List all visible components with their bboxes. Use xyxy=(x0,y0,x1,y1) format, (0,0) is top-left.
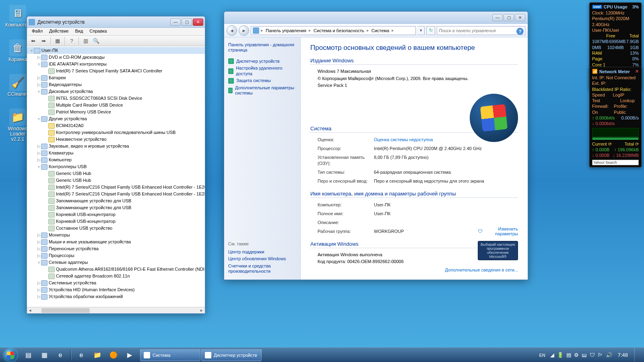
sidebar-link[interactable]: Диспетчер устройств xyxy=(228,58,296,65)
minimize-button[interactable]: — xyxy=(492,14,503,21)
tree-node[interactable]: ▿Другие устройства xyxy=(27,115,205,122)
tree-node[interactable]: ▷DVD и CD-ROM дисководы xyxy=(27,54,205,61)
tree-node[interactable]: Неизвестное устройство xyxy=(27,136,205,143)
tray-icon[interactable]: ◢ xyxy=(550,352,554,358)
forward-button[interactable]: ➡ xyxy=(39,37,48,45)
see-also-link[interactable]: Счетчики и средства производительности xyxy=(228,263,296,275)
tree-node[interactable]: ▿IDE ATA/ATAPI контроллеры xyxy=(27,61,205,68)
tree-node[interactable]: Patriot Memory USB Device xyxy=(27,109,205,115)
sidebar-home-link[interactable]: Панель управления - домашняя страница xyxy=(228,42,296,53)
menu-item[interactable]: Вид xyxy=(72,28,86,35)
tree-node[interactable]: Контроллер универсальной последовательно… xyxy=(27,129,205,136)
breadcrumb-item[interactable]: Система и безопасность xyxy=(313,28,365,33)
tree-node[interactable]: Generic USB Hub xyxy=(27,170,205,177)
tray-icon[interactable]: 🔋 xyxy=(557,352,564,358)
sidebar-link[interactable]: Дополнительные параметры системы xyxy=(228,84,296,97)
tree-node[interactable]: Generic USB Hub xyxy=(27,177,205,184)
tree-node[interactable]: Intel(R) 7 Series Chipset Family SATA AH… xyxy=(27,68,205,74)
tree-node[interactable]: ▷Переносные устройства xyxy=(27,245,205,252)
network-meter-gadget[interactable]: 📶Network Meter✕ Int. IP: Not Connected E… xyxy=(589,67,642,167)
change-settings-link[interactable]: Изменить параметры xyxy=(478,226,518,236)
tree-node[interactable]: ▷Клавиатуры xyxy=(27,150,205,156)
tree-node[interactable]: ▿Сетевые адаптеры xyxy=(27,259,205,266)
tree-node[interactable]: ▷Мыши и иные указывающие устройства xyxy=(27,239,205,245)
tree-node[interactable]: ▷Компьютер xyxy=(27,156,205,163)
devmgr-titlebar[interactable]: Диспетчер устройств — ▢ ✕ xyxy=(27,16,205,28)
tree-node[interactable]: ▷Видеоадаптеры xyxy=(27,81,205,88)
menu-item[interactable]: Файл xyxy=(29,28,46,35)
start-button[interactable] xyxy=(2,349,19,362)
tree-node[interactable]: Составное USB устройство xyxy=(27,225,205,232)
tree-node[interactable]: ▷Мониторы xyxy=(27,232,205,239)
tray-icon[interactable]: 🔊 xyxy=(606,352,612,358)
breadcrumb-item[interactable]: Система xyxy=(371,28,390,33)
tray-icon[interactable]: 🖴 xyxy=(582,352,587,358)
taskbar-pinned[interactable]: e xyxy=(73,349,89,361)
taskbar-pinned[interactable]: ▦ xyxy=(36,349,52,361)
nav-back[interactable]: ◄ xyxy=(227,25,237,36)
tree-node[interactable]: INTEL SSDSC2CT060A3 SCSI Disk Device xyxy=(27,95,205,102)
tree-node[interactable]: Корневой USB-концентратор xyxy=(27,211,205,218)
tree-node[interactable]: Корневой USB-концентратор xyxy=(27,218,205,225)
tree-node[interactable]: ▷Устройства обработки изображений xyxy=(27,293,205,300)
menu-item[interactable]: Действие xyxy=(46,28,72,35)
tree-node[interactable]: Запоминающее устройство для USB xyxy=(27,197,205,204)
show-desktop-button[interactable] xyxy=(634,348,639,362)
horizontal-scrollbar[interactable]: ◂▸ xyxy=(27,307,205,313)
tree-node[interactable]: Сетевой адаптер Broadcom 802.11n xyxy=(27,273,205,280)
tree-node[interactable]: Intel(R) 7 Series/C216 Chipset Family US… xyxy=(27,184,205,191)
tree-node[interactable]: ▷Устройства HID (Human Interface Devices… xyxy=(27,286,205,293)
scroll-thumb[interactable] xyxy=(41,308,90,313)
sidebar-link[interactable]: Настройка удаленного доступа xyxy=(228,65,296,77)
tree-node[interactable]: Intel(R) 7 Series/C216 Chipset Family US… xyxy=(27,191,205,197)
help-button[interactable]: ? xyxy=(67,37,76,45)
tree-node[interactable]: Multiple Card Reader USB Device xyxy=(27,102,205,109)
tray-icon[interactable]: 🛡 xyxy=(590,352,595,358)
tray-icon[interactable]: 🏳 xyxy=(598,352,603,358)
gadget-search[interactable] xyxy=(592,160,639,165)
breadcrumb-dropdown[interactable]: ▾ xyxy=(417,26,425,35)
view-button[interactable]: ▦ xyxy=(53,37,62,45)
maximize-button[interactable]: ▢ xyxy=(182,19,192,26)
tray-icon[interactable]: ▤ xyxy=(566,352,571,358)
taskbar-task[interactable]: Система xyxy=(140,349,200,361)
genuine-badge[interactable]: Выбирай настоящее программное обеспечени… xyxy=(478,241,518,260)
more-info-link[interactable]: Дополнительные сведения в сети... xyxy=(445,267,518,272)
tree-node[interactable]: ▷Системные устройства xyxy=(27,280,205,286)
nav-forward[interactable]: ► xyxy=(239,25,249,36)
device-tree[interactable]: ▿User-ПК▷DVD и CD-ROM дисководы▿IDE ATA/… xyxy=(27,46,205,307)
taskbar-pinned[interactable]: ▶ xyxy=(122,349,138,361)
taskbar-pinned[interactable]: ▤ xyxy=(20,349,36,361)
system-titlebar[interactable]: — ▢ ✕ xyxy=(224,12,528,24)
tray-icon[interactable]: ⚙ xyxy=(574,352,579,358)
language-indicator[interactable]: EN xyxy=(537,353,547,358)
tree-node[interactable]: ▷Звуковые, видео и игровые устройства xyxy=(27,143,205,150)
minimize-button[interactable]: — xyxy=(170,19,181,26)
close-button[interactable]: ✕ xyxy=(515,14,525,21)
tree-node[interactable]: ▿Дисковые устройства xyxy=(27,88,205,95)
tree-root[interactable]: ▿User-ПК xyxy=(27,47,205,54)
breadcrumb-item[interactable]: Панель управления xyxy=(265,28,307,33)
close-button[interactable]: ✕ xyxy=(193,19,203,26)
taskbar-pinned[interactable]: e xyxy=(52,349,68,361)
refresh-button[interactable]: ↻ xyxy=(426,26,435,35)
see-also-link[interactable]: Центр поддержки xyxy=(228,249,296,255)
tree-node[interactable]: ▿Контроллеры USB xyxy=(27,163,205,170)
tree-node[interactable]: Запоминающее устройство для USB xyxy=(27,204,205,211)
tree-node[interactable]: Qualcomm Atheros AR8162/8166/8168 PCI-E … xyxy=(27,266,205,273)
breadcrumb[interactable]: ▸Панель управления▸Система и безопасност… xyxy=(251,26,416,35)
maximize-button[interactable]: ▢ xyxy=(504,14,514,21)
tree-node[interactable]: ▷Батареи xyxy=(27,74,205,81)
scan-button[interactable]: 🔍 xyxy=(92,37,101,45)
taskbar-pinned[interactable]: 🟠 xyxy=(105,349,122,361)
taskbar-task[interactable]: Диспетчер устройств xyxy=(201,349,262,361)
search-input[interactable] xyxy=(439,28,518,33)
search-box[interactable]: 🔍 xyxy=(437,26,525,35)
sidebar-link[interactable]: Защита системы xyxy=(228,77,296,84)
properties-button[interactable]: ▥ xyxy=(81,37,90,45)
back-button[interactable]: ⬅ xyxy=(29,37,37,45)
taskbar-pinned[interactable]: 📁 xyxy=(89,349,105,361)
see-also-link[interactable]: Центр обновления Windows xyxy=(228,255,296,262)
tree-node[interactable]: ▷Процессоры xyxy=(27,252,205,259)
menu-item[interactable]: Справка xyxy=(86,28,110,35)
